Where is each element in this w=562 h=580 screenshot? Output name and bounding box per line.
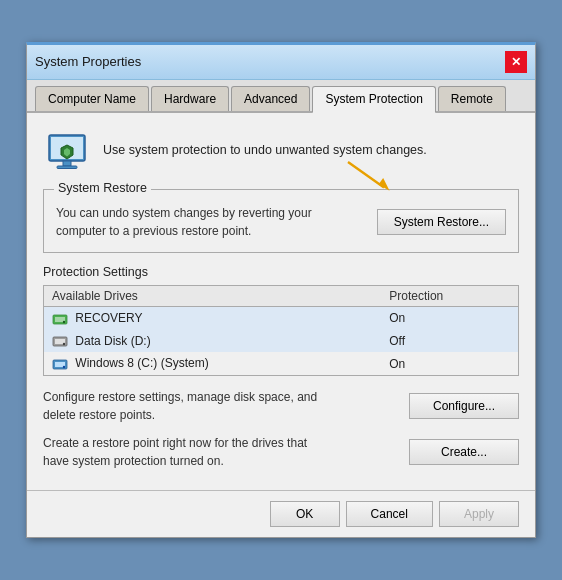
svg-line-4 [348,162,384,188]
table-row[interactable]: RECOVERY On [44,306,518,329]
protection-settings-label: Protection Settings [43,265,519,279]
system-properties-window: System Properties ✕ Computer Name Hardwa… [26,42,536,538]
protection-settings-group: Protection Settings Available Drives Pro… [43,265,519,376]
header-section: Use system protection to undo unwanted s… [43,127,519,175]
tab-advanced[interactable]: Advanced [231,86,310,111]
close-button[interactable]: ✕ [505,51,527,73]
system-restore-label: System Restore [54,181,151,195]
footer: OK Cancel Apply [27,490,535,537]
system-restore-inner: You can undo system changes by reverting… [56,204,506,240]
svg-marker-5 [378,178,389,191]
protection-recovery: On [381,306,518,329]
tab-computer-name[interactable]: Computer Name [35,86,149,111]
drive-icon-windows [52,356,75,370]
window-title: System Properties [35,54,141,69]
ok-button[interactable]: OK [270,501,340,527]
tab-bar: Computer Name Hardware Advanced System P… [27,80,535,113]
configure-description: Configure restore settings, manage disk … [43,388,333,424]
title-bar: System Properties ✕ [27,45,535,80]
drive-icon-recovery [52,311,75,325]
system-restore-button[interactable]: System Restore... [377,209,506,235]
col-header-drives: Available Drives [44,286,381,307]
protection-data: Off [381,330,518,353]
configure-row: Configure restore settings, manage disk … [43,388,519,424]
table-row[interactable]: Data Disk (D:) Off [44,330,518,353]
create-row: Create a restore point right now for the… [43,434,519,470]
svg-rect-2 [63,161,71,166]
arrow-indicator [338,154,398,194]
cancel-button[interactable]: Cancel [346,501,433,527]
table-row[interactable]: Windows 8 (C:) (System) On [44,352,518,375]
tab-remote[interactable]: Remote [438,86,506,111]
create-button[interactable]: Create... [409,439,519,465]
drives-table: Available Drives Protection [44,286,518,375]
drive-name-recovery: RECOVERY [75,311,142,325]
tab-system-protection[interactable]: System Protection [312,86,435,113]
tab-content: Use system protection to undo unwanted s… [27,113,535,490]
drive-name-data: Data Disk (D:) [75,334,150,348]
svg-rect-3 [57,166,77,169]
svg-point-14 [63,366,65,368]
col-header-protection: Protection [381,286,518,307]
svg-point-8 [63,320,65,322]
protection-windows: On [381,352,518,375]
apply-button[interactable]: Apply [439,501,519,527]
configure-button[interactable]: Configure... [409,393,519,419]
restore-description: You can undo system changes by reverting… [56,204,346,240]
drive-icon-data [52,334,75,348]
drives-table-wrapper: Available Drives Protection [43,285,519,376]
tab-hardware[interactable]: Hardware [151,86,229,111]
create-description: Create a restore point right now for the… [43,434,333,470]
system-restore-group: System Restore You can undo system chang… [43,189,519,253]
svg-point-11 [63,343,65,345]
drive-name-windows: Windows 8 (C:) (System) [75,356,208,370]
system-protection-icon [43,127,91,175]
